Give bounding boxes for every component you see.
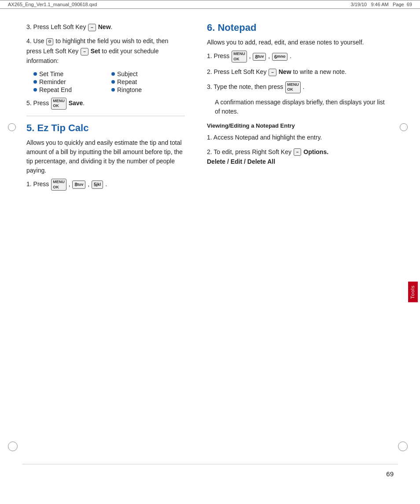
right-column: 6. Notepad Allows you to add, read, edit…	[198, 22, 387, 195]
step-5-save: Save	[69, 99, 83, 107]
ez-tip-title: 5. Ez Tip Calc	[26, 122, 185, 134]
ez-key-5jkl: 5jkl	[92, 180, 103, 188]
content-wrapper: 3. Press Left Soft Key – New. 4. Use ⊙ t…	[0, 9, 420, 208]
decorative-circle-right-2	[398, 441, 408, 451]
notepad-title: 6. Notepad	[207, 22, 387, 33]
notepad-step-3-note: A confirmation message displays briefly,…	[215, 98, 387, 116]
side-tab-label: Tools	[408, 282, 418, 302]
decorative-circle-left-2	[8, 441, 18, 451]
bullet-repeat-end: Repeat End	[33, 86, 107, 93]
notepad-step2-new: New	[279, 68, 291, 75]
bullet-dot	[33, 72, 37, 76]
bullet-reminder: Reminder	[33, 78, 107, 85]
ez-step-1: 1. Press MENUOK , 8tuv , 5jkl .	[26, 179, 185, 191]
notepad-step2-key: –	[269, 69, 276, 76]
notepad-key-6mno: 6mno	[272, 53, 287, 61]
bullet-dot	[111, 72, 115, 76]
header-bar: AX265_Eng_Ver1.1_manual_090618.qxd 3/19/…	[0, 0, 420, 9]
step-4-nav-icon: ⊙	[46, 38, 53, 45]
bullet-grid: Set Time Subject Reminder Repeat Repeat …	[33, 70, 185, 93]
step-3: 3. Press Left Soft Key – New.	[26, 22, 185, 32]
notepad-description: Allows you to add, read, edit, and erase…	[207, 38, 387, 47]
section-divider	[26, 116, 185, 116]
notepad-step-2: 2. Press Left Soft Key – New to write a …	[207, 67, 387, 77]
left-column: 3. Press Left Soft Key – New. 4. Use ⊙ t…	[26, 22, 198, 195]
bullet-subject: Subject	[111, 70, 185, 77]
view-step-1: 1. Access Notepad and highlight the entr…	[207, 132, 387, 142]
step-4-set: Set	[91, 48, 100, 55]
step-5: 5. Press MENUOK Save.	[26, 98, 185, 110]
step-3-num: 3. Press Left Soft Key	[26, 23, 88, 30]
step-4-key-icon: –	[81, 48, 88, 55]
bullet-dot	[111, 80, 115, 84]
bullet-dot	[33, 80, 37, 84]
decorative-circle-left-1	[8, 123, 16, 131]
header-filename: AX265_Eng_Ver1.1_manual_090618.qxd	[8, 2, 97, 7]
decorative-circle-right-1	[400, 123, 408, 131]
notepad-step-3: 3. Type the note, then press MENUOK .	[207, 81, 387, 93]
header-datetime: 3/19/10 9:46 AM Page 69	[351, 2, 412, 7]
bullet-set-time: Set Time	[33, 70, 107, 77]
page-number: 69	[386, 470, 394, 478]
notepad-key-menu: MENUOK	[232, 51, 247, 63]
step-3-bold: New	[98, 23, 111, 30]
bottom-divider	[22, 464, 398, 464]
step-5-menu-key: MENUOK	[51, 98, 66, 110]
ez-key-8tuv: 8tuv	[72, 180, 85, 188]
view-step2-options: Options.	[303, 148, 328, 155]
bullet-repeat: Repeat	[111, 78, 185, 85]
ez-tip-description: Allows you to quickly and easily estimat…	[26, 138, 185, 175]
notepad-key-8tuv: 8tuv	[253, 53, 266, 61]
bullet-dot	[33, 88, 37, 92]
step-4: 4. Use ⊙ to highlight the field you wish…	[26, 36, 185, 66]
viewing-editing-subtitle: Viewing/Editing a Notepad Entry	[207, 122, 387, 129]
bullet-dot	[111, 88, 115, 92]
view-step-2: 2. To edit, press Right Soft Key – Optio…	[207, 147, 387, 167]
bullet-ringtone: Ringtone	[111, 86, 185, 93]
step-3-key-icon: –	[88, 24, 96, 31]
notepad-step3-key: MENUOK	[285, 81, 301, 93]
view-step2-key: –	[294, 148, 302, 156]
notepad-step-1: 1. Press MENUOK , 8tuv , 6mno .	[207, 51, 387, 63]
side-tab: Tools	[406, 282, 420, 302]
ez-key-menu: MENUOK	[51, 179, 66, 191]
